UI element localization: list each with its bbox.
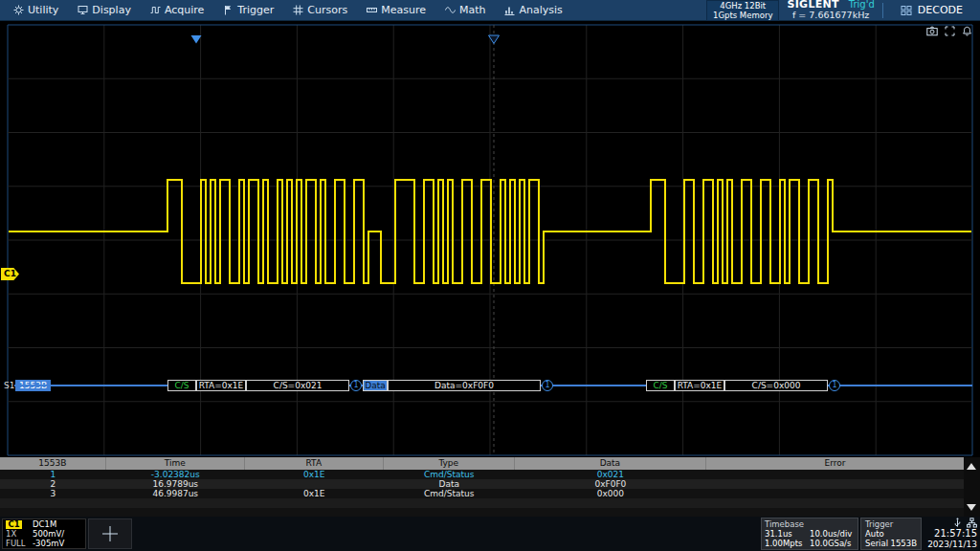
math-icon (445, 5, 456, 15)
menu-item-label: Math (459, 4, 486, 16)
clock-date: 2023/11/13 (918, 540, 977, 550)
timebase-delay: 31.1us (765, 529, 810, 539)
table-cell: 0xF0F0 (515, 479, 706, 489)
table-row[interactable]: 346.9987us0x1ECmd/Status0x000 (0, 489, 964, 498)
decode-segment: C/S (646, 380, 675, 391)
timebase-rate: 10.0GSa/s (810, 539, 855, 548)
column-header-rta[interactable]: RTA (245, 457, 384, 470)
column-header-error[interactable]: Error (706, 457, 964, 470)
decode-table-body: 1-3.02382us0x1ECmd/Status0x021216.9789us… (0, 470, 964, 508)
measure-icon (367, 5, 377, 15)
menu-item-label: Analysis (519, 4, 562, 16)
decode-table-header: 1553BTimeRTATypeDataError (0, 457, 964, 470)
table-cell: Data (384, 479, 515, 489)
trigger-frequency: f = 7.661677kHz (792, 11, 869, 20)
bell-icon[interactable] (962, 26, 972, 36)
trigger-type: Serial (865, 539, 888, 548)
table-scrollbar[interactable] (964, 457, 980, 517)
trigger-title: Trigger (865, 519, 917, 529)
table-cell: 3 (0, 489, 106, 498)
scroll-down-button[interactable] (967, 504, 976, 511)
corner-icons (926, 26, 972, 36)
word-count-bubble: 1 (829, 380, 840, 391)
fullscreen-icon[interactable] (945, 26, 955, 36)
menu-item-measure[interactable]: Measure (357, 0, 435, 20)
utility-icon (13, 5, 24, 15)
menu-item-trigger[interactable]: Trigger (213, 0, 283, 20)
decode-segment: C/S (167, 380, 196, 391)
channel-scale: 500mV/ (33, 529, 82, 539)
table-cell: 1 (0, 470, 106, 479)
decode-icon (901, 5, 912, 16)
trigger-bus: 1553B (891, 539, 917, 548)
channel-badge: C1 (6, 520, 22, 529)
clock-widget: 21:57:15 2023/11/13 (918, 518, 977, 550)
decode-button[interactable]: DECODE (891, 0, 972, 20)
menu-item-utility[interactable]: Utility (4, 0, 68, 20)
camera-icon[interactable] (926, 26, 938, 36)
menu-item-math[interactable]: Math (435, 0, 496, 20)
decode-label: DECODE (918, 4, 963, 16)
word-count-bubble: 1 (542, 380, 553, 391)
table-cell: Cmd/Status (384, 470, 515, 479)
column-header-type[interactable]: Type (384, 457, 515, 470)
usb-icon (952, 518, 963, 528)
menu-item-acquire[interactable]: Acquire (141, 0, 213, 20)
trigger-mode: Auto (865, 529, 917, 539)
column-header-data[interactable]: Data (515, 457, 706, 470)
scroll-up-button[interactable] (967, 463, 976, 470)
channel-coupling: DC1M (33, 519, 82, 529)
clock-time: 21:57:15 (918, 528, 977, 540)
add-channel-panel[interactable] (88, 518, 132, 549)
timebase-scale: 10.0us/div (810, 529, 855, 539)
decode-segment: RTA=0x1E (675, 380, 724, 391)
decode-segment: C/S=0x021 (246, 380, 349, 391)
bus-label: S1 (4, 381, 14, 390)
table-cell: 46.9987us (106, 489, 245, 498)
menu-item-analysis[interactable]: Analysis (495, 0, 571, 20)
table-cell: 0x1E (245, 470, 384, 479)
timebase-title: Timebase (765, 519, 810, 529)
menubar-right: 4GHz 12Bit 1Gpts Memory SIGLENT Trig'd f… (706, 0, 980, 20)
acquire-icon (150, 5, 161, 15)
menu-item-label: Trigger (237, 4, 274, 16)
table-cell: 2 (0, 479, 106, 489)
menu-item-label: Acquire (165, 4, 204, 16)
brand-logo: SIGLENT (787, 0, 838, 10)
menu-items: UtilityDisplayAcquireTriggerCursorsMeasu… (0, 0, 572, 20)
channel-probe: 1X (6, 529, 33, 539)
trigger-icon (223, 5, 234, 15)
cursors-icon (293, 5, 303, 15)
plus-icon (100, 524, 120, 543)
timebase-panel[interactable]: Timebase 31.1us 10.0us/div 1.00Mpts 10.0… (761, 518, 858, 550)
trigger-status: Trig'd (849, 0, 875, 10)
decode-segment: Data=0xF0F0 (388, 380, 541, 391)
column-header-1553b[interactable]: 1553B (0, 457, 106, 470)
oscilloscope-screen: UtilityDisplayAcquireTriggerCursorsMeasu… (0, 0, 980, 551)
spec-line1: 4GHz 12Bit (713, 1, 772, 11)
separator (882, 3, 883, 18)
menu-item-display[interactable]: Display (68, 0, 141, 20)
analysis-icon (504, 5, 515, 15)
decode-bus: S1 1553B C/SRTA=0x1EC/S=0x0211DataData=0… (0, 379, 980, 392)
menu-item-label: Utility (28, 4, 58, 16)
menu-item-cursors[interactable]: Cursors (283, 0, 357, 20)
timebase-points: 1.00Mpts (765, 539, 810, 548)
column-header-time[interactable]: Time (106, 457, 245, 470)
status-icons (918, 518, 977, 528)
table-cell: 0x021 (515, 470, 706, 479)
channel-info-c1[interactable]: C1 DC1M 1X 500mV/ FULL -305mV (2, 518, 86, 549)
spec-line2: 1Gpts Memory (713, 11, 772, 20)
decode-table: 1553BTimeRTATypeDataError 1-3.02382us0x1… (0, 457, 964, 517)
system-spec: 4GHz 12Bit 1Gpts Memory (706, 0, 779, 21)
table-cell: 0x1E (245, 489, 384, 498)
menu-item-label: Measure (381, 4, 426, 16)
status-bar: C1 DC1M 1X 500mV/ FULL -305mV Timebase 3… (0, 517, 980, 551)
trigger-panel[interactable]: Trigger Auto Serial 1553B (860, 518, 922, 550)
decode-segment: Data (363, 380, 388, 391)
channel-offset: -305mV (33, 539, 82, 548)
menu-item-label: Cursors (307, 4, 347, 16)
table-row[interactable]: 1-3.02382us0x1ECmd/Status0x021 (0, 470, 964, 479)
lan-icon (967, 518, 977, 528)
table-row[interactable]: 216.9789usData0xF0F0 (0, 479, 964, 489)
